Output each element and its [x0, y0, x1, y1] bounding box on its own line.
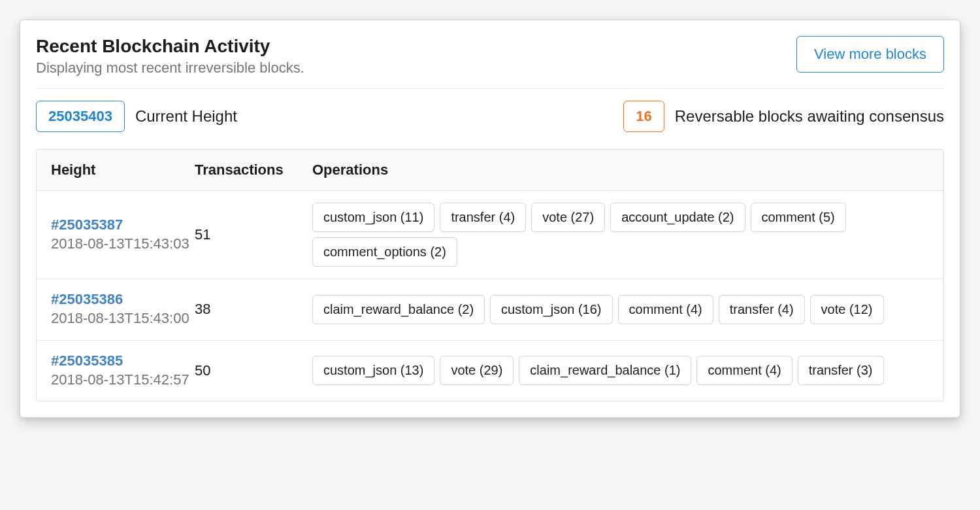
blockchain-activity-card: Recent Blockchain Activity Displaying mo…: [20, 20, 960, 418]
card-title: Recent Blockchain Activity: [36, 36, 796, 57]
table-row: #250353872018-08-13T15:43:0351custom_jso…: [37, 191, 943, 279]
blocks-table: Height Transactions Operations #25035387…: [36, 149, 944, 401]
height-cell: #250353852018-08-13T15:42:57: [51, 352, 195, 390]
table-row: #250353852018-08-13T15:42:5750custom_jso…: [37, 341, 943, 401]
height-cell: #250353862018-08-13T15:43:00: [51, 291, 195, 328]
table-row: #250353862018-08-13T15:43:0038claim_rewa…: [37, 279, 943, 341]
operation-tag[interactable]: comment (4): [696, 356, 792, 385]
block-timestamp: 2018-08-13T15:43:00: [51, 309, 195, 328]
reversible-group: 16 Reversable blocks awaiting consensus: [623, 101, 944, 132]
current-height-badge[interactable]: 25035403: [36, 101, 125, 132]
current-height-label: Current Height: [135, 107, 237, 126]
block-height-link[interactable]: #25035387: [51, 216, 195, 233]
column-header-operations: Operations: [312, 162, 929, 178]
block-timestamp: 2018-08-13T15:42:57: [51, 371, 195, 390]
operation-tag[interactable]: vote (12): [810, 295, 884, 324]
reversible-label: Reversable blocks awaiting consensus: [675, 107, 944, 126]
height-cell: #250353872018-08-13T15:43:03: [51, 216, 195, 254]
block-timestamp: 2018-08-13T15:43:03: [51, 235, 195, 254]
operation-tag[interactable]: comment (4): [618, 295, 713, 324]
operation-tag[interactable]: vote (27): [531, 203, 605, 232]
operation-tag[interactable]: transfer (4): [719, 295, 805, 324]
transactions-count: 38: [195, 301, 312, 318]
card-header: Recent Blockchain Activity Displaying mo…: [36, 36, 944, 89]
operations-cell: custom_json (13)vote (29)claim_reward_ba…: [312, 356, 929, 385]
operations-cell: claim_reward_balance (2)custom_json (16)…: [312, 295, 929, 324]
current-height-group: 25035403 Current Height: [36, 101, 237, 132]
operation-tag[interactable]: account_update (2): [610, 203, 745, 232]
operation-tag[interactable]: transfer (3): [798, 356, 884, 385]
operation-tag[interactable]: comment_options (2): [312, 237, 457, 267]
column-header-transactions: Transactions: [195, 162, 312, 178]
reversible-count-badge[interactable]: 16: [623, 101, 664, 132]
operation-tag[interactable]: comment (5): [751, 203, 846, 232]
operation-tag[interactable]: custom_json (16): [490, 295, 612, 324]
block-height-link[interactable]: #25035386: [51, 291, 195, 308]
operations-cell: custom_json (11)transfer (4)vote (27)acc…: [312, 203, 929, 267]
status-row: 25035403 Current Height 16 Reversable bl…: [36, 101, 944, 132]
operation-tag[interactable]: vote (29): [440, 356, 514, 385]
view-more-blocks-button[interactable]: View more blocks: [796, 36, 944, 73]
card-subtitle: Displaying most recent irreversible bloc…: [36, 60, 796, 76]
header-text-block: Recent Blockchain Activity Displaying mo…: [36, 36, 796, 76]
operation-tag[interactable]: claim_reward_balance (2): [312, 295, 485, 324]
operation-tag[interactable]: custom_json (13): [312, 356, 434, 385]
table-header-row: Height Transactions Operations: [37, 150, 943, 191]
operation-tag[interactable]: claim_reward_balance (1): [519, 356, 691, 385]
operation-tag[interactable]: custom_json (11): [312, 203, 434, 232]
table-body: #250353872018-08-13T15:43:0351custom_jso…: [37, 191, 943, 401]
operation-tag[interactable]: transfer (4): [440, 203, 526, 232]
transactions-count: 51: [195, 226, 312, 243]
block-height-link[interactable]: #25035385: [51, 352, 195, 369]
transactions-count: 50: [195, 362, 312, 379]
column-header-height: Height: [51, 162, 195, 178]
